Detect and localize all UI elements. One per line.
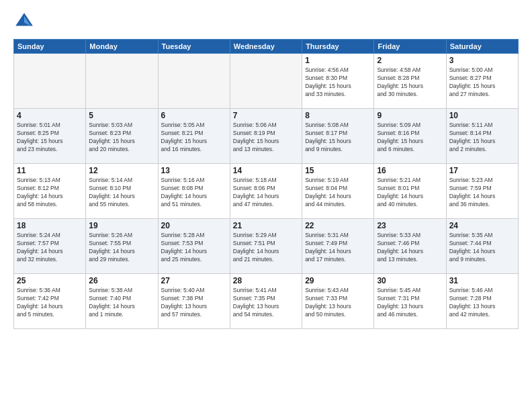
day-number: 29 [305, 276, 371, 285]
day-number: 1 [305, 56, 371, 65]
day-number: 19 [89, 221, 154, 230]
calendar-cell: 10Sunrise: 5:11 AM Sunset: 8:14 PM Dayli… [446, 109, 518, 164]
calendar-cell: 2Sunrise: 4:58 AM Sunset: 8:28 PM Daylig… [374, 54, 446, 109]
calendar-cell: 15Sunrise: 5:19 AM Sunset: 8:04 PM Dayli… [302, 164, 374, 219]
weekday-header-friday: Friday [374, 40, 446, 54]
day-info: Sunrise: 4:58 AM Sunset: 8:28 PM Dayligh… [377, 66, 443, 99]
calendar-cell: 1Sunrise: 4:56 AM Sunset: 8:30 PM Daylig… [302, 54, 374, 109]
calendar-cell: 31Sunrise: 5:46 AM Sunset: 7:28 PM Dayli… [446, 274, 518, 329]
calendar-cell: 23Sunrise: 5:33 AM Sunset: 7:46 PM Dayli… [374, 219, 446, 274]
calendar-cell: 25Sunrise: 5:36 AM Sunset: 7:42 PM Dayli… [14, 274, 86, 329]
day-number: 20 [161, 221, 227, 230]
weekday-header-monday: Monday [86, 40, 158, 54]
day-info: Sunrise: 5:40 AM Sunset: 7:38 PM Dayligh… [161, 287, 227, 319]
week-row-2: 4Sunrise: 5:01 AM Sunset: 8:25 PM Daylig… [14, 109, 519, 164]
day-number: 14 [233, 166, 299, 175]
day-info: Sunrise: 5:00 AM Sunset: 8:27 PM Dayligh… [449, 66, 515, 99]
day-info: Sunrise: 5:38 AM Sunset: 7:40 PM Dayligh… [89, 287, 154, 319]
day-number: 8 [305, 111, 371, 120]
calendar-cell: 7Sunrise: 5:06 AM Sunset: 8:19 PM Daylig… [230, 109, 302, 164]
day-number: 25 [17, 276, 83, 285]
calendar-cell [86, 54, 158, 109]
weekday-header-saturday: Saturday [446, 40, 518, 54]
week-row-4: 18Sunrise: 5:24 AM Sunset: 7:57 PM Dayli… [14, 219, 519, 274]
day-number: 7 [233, 111, 299, 120]
calendar-cell: 28Sunrise: 5:41 AM Sunset: 7:35 PM Dayli… [230, 274, 302, 329]
day-number: 11 [17, 166, 83, 175]
day-info: Sunrise: 5:26 AM Sunset: 7:55 PM Dayligh… [89, 232, 154, 264]
calendar-cell: 13Sunrise: 5:16 AM Sunset: 8:08 PM Dayli… [158, 164, 230, 219]
day-number: 15 [305, 166, 371, 175]
logo [13, 11, 38, 32]
day-number: 10 [449, 111, 515, 120]
calendar-cell: 19Sunrise: 5:26 AM Sunset: 7:55 PM Dayli… [86, 219, 158, 274]
calendar-cell: 4Sunrise: 5:01 AM Sunset: 8:25 PM Daylig… [14, 109, 86, 164]
day-number: 26 [89, 276, 154, 285]
calendar-cell: 22Sunrise: 5:31 AM Sunset: 7:49 PM Dayli… [302, 219, 374, 274]
day-info: Sunrise: 4:56 AM Sunset: 8:30 PM Dayligh… [305, 66, 371, 99]
calendar-cell [158, 54, 230, 109]
day-number: 28 [233, 276, 299, 285]
day-number: 21 [233, 221, 299, 230]
weekday-header-thursday: Thursday [302, 40, 374, 54]
calendar-cell: 14Sunrise: 5:18 AM Sunset: 8:06 PM Dayli… [230, 164, 302, 219]
day-number: 23 [377, 221, 443, 230]
day-info: Sunrise: 5:35 AM Sunset: 7:44 PM Dayligh… [449, 232, 515, 264]
calendar-cell: 11Sunrise: 5:13 AM Sunset: 8:12 PM Dayli… [14, 164, 86, 219]
calendar-cell: 27Sunrise: 5:40 AM Sunset: 7:38 PM Dayli… [158, 274, 230, 329]
calendar-cell: 17Sunrise: 5:23 AM Sunset: 7:59 PM Dayli… [446, 164, 518, 219]
day-info: Sunrise: 5:18 AM Sunset: 8:06 PM Dayligh… [233, 177, 299, 209]
week-row-3: 11Sunrise: 5:13 AM Sunset: 8:12 PM Dayli… [14, 164, 519, 219]
calendar-cell [230, 54, 302, 109]
header [13, 11, 519, 32]
day-number: 2 [377, 56, 443, 65]
day-number: 22 [305, 221, 371, 230]
calendar-cell: 5Sunrise: 5:03 AM Sunset: 8:23 PM Daylig… [86, 109, 158, 164]
day-info: Sunrise: 5:45 AM Sunset: 7:31 PM Dayligh… [377, 287, 443, 319]
logo-icon [13, 11, 35, 32]
day-number: 17 [449, 166, 515, 175]
day-info: Sunrise: 5:14 AM Sunset: 8:10 PM Dayligh… [89, 177, 154, 209]
day-info: Sunrise: 5:16 AM Sunset: 8:08 PM Dayligh… [161, 177, 227, 209]
day-info: Sunrise: 5:03 AM Sunset: 8:23 PM Dayligh… [89, 122, 154, 154]
day-info: Sunrise: 5:13 AM Sunset: 8:12 PM Dayligh… [17, 177, 83, 209]
day-info: Sunrise: 5:06 AM Sunset: 8:19 PM Dayligh… [233, 122, 299, 154]
week-row-1: 1Sunrise: 4:56 AM Sunset: 8:30 PM Daylig… [14, 54, 519, 109]
day-info: Sunrise: 5:41 AM Sunset: 7:35 PM Dayligh… [233, 287, 299, 319]
day-number: 27 [161, 276, 227, 285]
day-info: Sunrise: 5:24 AM Sunset: 7:57 PM Dayligh… [17, 232, 83, 264]
calendar-cell: 6Sunrise: 5:05 AM Sunset: 8:21 PM Daylig… [158, 109, 230, 164]
calendar-cell: 12Sunrise: 5:14 AM Sunset: 8:10 PM Dayli… [86, 164, 158, 219]
day-number: 12 [89, 166, 154, 175]
calendar-cell: 26Sunrise: 5:38 AM Sunset: 7:40 PM Dayli… [86, 274, 158, 329]
calendar-cell: 21Sunrise: 5:29 AM Sunset: 7:51 PM Dayli… [230, 219, 302, 274]
weekday-header-sunday: Sunday [14, 40, 86, 54]
day-number: 13 [161, 166, 227, 175]
day-info: Sunrise: 5:21 AM Sunset: 8:01 PM Dayligh… [377, 177, 443, 209]
calendar-cell: 9Sunrise: 5:09 AM Sunset: 8:16 PM Daylig… [374, 109, 446, 164]
weekday-header-tuesday: Tuesday [158, 40, 230, 54]
calendar-cell: 29Sunrise: 5:43 AM Sunset: 7:33 PM Dayli… [302, 274, 374, 329]
day-info: Sunrise: 5:29 AM Sunset: 7:51 PM Dayligh… [233, 232, 299, 264]
day-number: 9 [377, 111, 443, 120]
week-row-5: 25Sunrise: 5:36 AM Sunset: 7:42 PM Dayli… [14, 274, 519, 329]
day-info: Sunrise: 5:08 AM Sunset: 8:17 PM Dayligh… [305, 122, 371, 154]
day-number: 5 [89, 111, 154, 120]
day-number: 31 [449, 276, 515, 285]
day-info: Sunrise: 5:43 AM Sunset: 7:33 PM Dayligh… [305, 287, 371, 319]
day-info: Sunrise: 5:23 AM Sunset: 7:59 PM Dayligh… [449, 177, 515, 209]
day-info: Sunrise: 5:05 AM Sunset: 8:21 PM Dayligh… [161, 122, 227, 154]
day-info: Sunrise: 5:46 AM Sunset: 7:28 PM Dayligh… [449, 287, 515, 319]
weekday-header-wednesday: Wednesday [230, 40, 302, 54]
day-number: 30 [377, 276, 443, 285]
calendar-cell [14, 54, 86, 109]
day-info: Sunrise: 5:01 AM Sunset: 8:25 PM Dayligh… [17, 122, 83, 154]
weekday-header-row: SundayMondayTuesdayWednesdayThursdayFrid… [14, 40, 519, 54]
day-number: 24 [449, 221, 515, 230]
day-number: 6 [161, 111, 227, 120]
calendar-cell: 8Sunrise: 5:08 AM Sunset: 8:17 PM Daylig… [302, 109, 374, 164]
day-info: Sunrise: 5:28 AM Sunset: 7:53 PM Dayligh… [161, 232, 227, 264]
day-info: Sunrise: 5:19 AM Sunset: 8:04 PM Dayligh… [305, 177, 371, 209]
calendar-cell: 16Sunrise: 5:21 AM Sunset: 8:01 PM Dayli… [374, 164, 446, 219]
page: SundayMondayTuesdayWednesdayThursdayFrid… [0, 0, 532, 411]
